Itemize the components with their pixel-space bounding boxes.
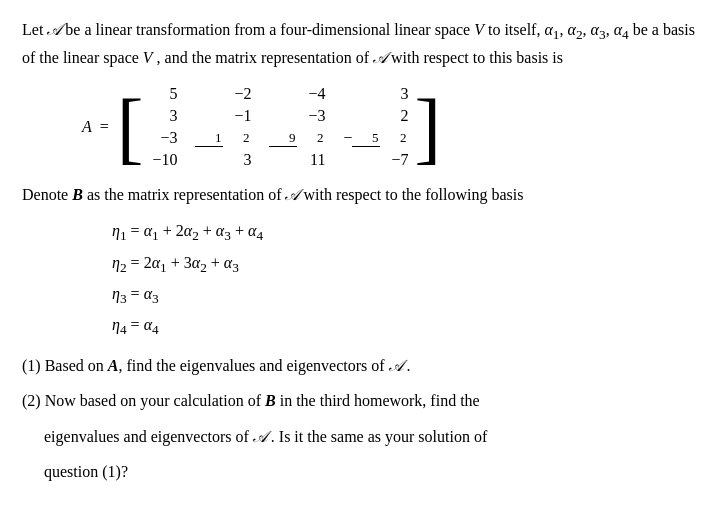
cell-3-1: 3	[195, 151, 251, 169]
left-bracket: [	[117, 87, 144, 167]
basis-eq-3: η3 = α3	[112, 280, 701, 311]
eta2-lhs: η2	[112, 249, 127, 280]
eta3-lhs: η3	[112, 280, 127, 311]
q2-final-line: question (1)?	[44, 459, 701, 485]
basis-eq-4: η4 = α4	[112, 311, 701, 342]
matrix-section: A = [ 5 −2 −4 3 3 −1 −3 2 −3 12 92 −52	[82, 81, 701, 173]
cell-0-1: −2	[195, 85, 251, 103]
question-2: (2) Now based on your calculation of B i…	[22, 389, 701, 485]
B-label: B	[72, 186, 83, 203]
matrix-label: A	[82, 118, 92, 136]
cell-2-1: 12	[195, 129, 251, 147]
matrix-bracket-container: [ 5 −2 −4 3 3 −1 −3 2 −3 12 92 −52 −10 3	[117, 81, 441, 173]
cell-2-0: −3	[149, 129, 177, 147]
equals-sign: =	[100, 118, 109, 136]
denote-paragraph: Denote B as the matrix representation of…	[22, 183, 701, 208]
space-V: V	[474, 21, 484, 38]
q2-text: (2) Now based on your calculation of B i…	[22, 389, 701, 414]
cell-1-2: −3	[269, 107, 325, 125]
cell-3-0: −10	[149, 151, 177, 169]
main-content: Let 𝒜 be a linear transformation from a …	[22, 18, 701, 485]
right-bracket: ]	[414, 87, 441, 167]
cell-2-2: 92	[269, 129, 325, 147]
q2-continuation: eigenvalues and eigenvectors of 𝒜 . Is i…	[44, 424, 701, 450]
basis-eq-1: η1 = α1 + 2α2 + α3 + α4	[112, 217, 701, 248]
q1-text: (1) Based on A, find the eigenvalues and…	[22, 354, 701, 379]
cell-0-0: 5	[149, 85, 177, 103]
eta3-rhs: = α3	[131, 280, 159, 311]
cell-1-0: 3	[149, 107, 177, 125]
alpha-basis: α	[544, 21, 552, 38]
cell-1-1: −1	[195, 107, 251, 125]
eta1-lhs: η1	[112, 217, 127, 248]
questions-section: (1) Based on A, find the eigenvalues and…	[22, 354, 701, 485]
basis-equations: η1 = α1 + 2α2 + α3 + α4 η2 = 2α1 + 3α2 +…	[112, 217, 701, 342]
intro-paragraph: Let 𝒜 be a linear transformation from a …	[22, 18, 701, 71]
cell-1-3: 2	[343, 107, 408, 125]
cell-2-3: −52	[343, 129, 408, 147]
transformation-symbol: 𝒜	[47, 21, 61, 38]
matrix-grid: 5 −2 −4 3 3 −1 −3 2 −3 12 92 −52 −10 3 1…	[143, 81, 414, 173]
eta1-rhs: = α1 + 2α2 + α3 + α4	[131, 217, 263, 248]
q1-A-ref: A	[108, 357, 119, 374]
question-1: (1) Based on A, find the eigenvalues and…	[22, 354, 701, 379]
q2-B-ref: B	[265, 392, 276, 409]
eta2-rhs: = 2α1 + 3α2 + α3	[131, 249, 239, 280]
eta4-rhs: = α4	[131, 311, 159, 342]
cell-0-3: 3	[343, 85, 408, 103]
basis-eq-2: η2 = 2α1 + 3α2 + α3	[112, 249, 701, 280]
cell-0-2: −4	[269, 85, 325, 103]
cell-3-2: 11	[269, 151, 325, 169]
eta4-lhs: η4	[112, 311, 127, 342]
cell-3-3: −7	[343, 151, 408, 169]
